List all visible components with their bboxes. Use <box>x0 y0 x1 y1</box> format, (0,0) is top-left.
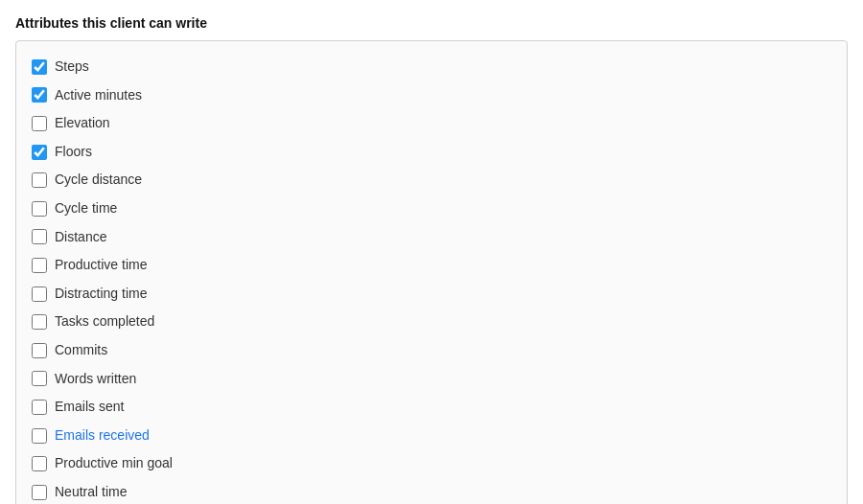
checkbox-commits[interactable] <box>32 343 47 358</box>
checkbox-item-cycle-distance[interactable]: Cycle distance <box>32 166 831 195</box>
checkbox-productive-time[interactable] <box>32 258 47 273</box>
checkbox-item-distracting-time[interactable]: Distracting time <box>32 280 831 309</box>
checkbox-item-cycle-time[interactable]: Cycle time <box>32 195 831 223</box>
checkbox-productive-min-goal[interactable] <box>32 456 47 471</box>
label-tasks-completed: Tasks completed <box>55 312 154 332</box>
checkbox-tasks-completed[interactable] <box>32 314 47 330</box>
checkbox-item-emails-received[interactable]: Emails received <box>32 422 831 450</box>
checkbox-cycle-distance[interactable] <box>32 172 47 188</box>
checkbox-neutral-time[interactable] <box>32 485 47 500</box>
checkbox-item-distance[interactable]: Distance <box>32 223 831 252</box>
checkbox-item-commits[interactable]: Commits <box>32 336 831 365</box>
label-floors: Floors <box>55 143 92 162</box>
checkbox-emails-sent[interactable] <box>32 400 47 415</box>
attributes-box: StepsActive minutesElevationFloorsCycle … <box>15 40 848 504</box>
label-active-minutes: Active minutes <box>55 86 142 105</box>
label-productive-time: Productive time <box>55 256 147 275</box>
checkbox-item-neutral-time[interactable]: Neutral time <box>32 478 831 504</box>
label-productive-min-goal: Productive min goal <box>55 454 173 473</box>
checkbox-distance[interactable] <box>32 229 47 244</box>
label-emails-received: Emails received <box>55 426 150 446</box>
label-emails-sent: Emails sent <box>55 398 124 417</box>
checkbox-item-emails-sent[interactable]: Emails sent <box>32 393 831 422</box>
checkbox-emails-received[interactable] <box>32 428 47 444</box>
label-distracting-time: Distracting time <box>55 285 147 304</box>
checkbox-active-minutes[interactable] <box>32 87 47 103</box>
checkbox-item-steps[interactable]: Steps <box>32 53 831 81</box>
checkbox-item-productive-min-goal[interactable]: Productive min goal <box>32 449 831 478</box>
checkbox-distracting-time[interactable] <box>32 286 47 302</box>
checkbox-steps[interactable] <box>32 59 47 75</box>
label-words-written: Words written <box>55 370 136 389</box>
checkbox-cycle-time[interactable] <box>32 201 47 217</box>
checkbox-item-elevation[interactable]: Elevation <box>32 109 831 138</box>
checkbox-words-written[interactable] <box>32 371 47 386</box>
checkbox-item-words-written[interactable]: Words written <box>32 365 831 394</box>
attributes-container: Attributes this client can write StepsAc… <box>0 0 863 504</box>
label-steps: Steps <box>55 57 89 77</box>
label-elevation: Elevation <box>55 114 110 133</box>
label-distance: Distance <box>55 228 106 247</box>
label-commits: Commits <box>55 341 107 360</box>
checkbox-item-productive-time[interactable]: Productive time <box>32 251 831 280</box>
label-cycle-time: Cycle time <box>55 199 117 218</box>
section-title: Attributes this client can write <box>15 15 848 31</box>
checkbox-floors[interactable] <box>32 145 47 160</box>
label-neutral-time: Neutral time <box>55 483 127 502</box>
checkbox-item-active-minutes[interactable]: Active minutes <box>32 81 831 110</box>
checkbox-item-floors[interactable]: Floors <box>32 138 831 167</box>
checkbox-item-tasks-completed[interactable]: Tasks completed <box>32 308 831 336</box>
checkbox-elevation[interactable] <box>32 116 47 131</box>
label-cycle-distance: Cycle distance <box>55 171 142 190</box>
